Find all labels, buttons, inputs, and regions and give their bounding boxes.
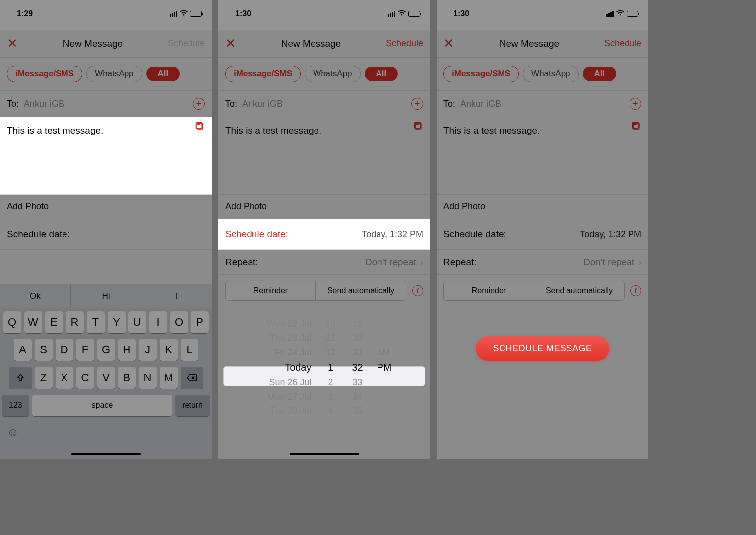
chip-all[interactable]: All bbox=[583, 67, 617, 81]
recipient-row[interactable]: To: Ankur iGB + bbox=[0, 91, 212, 117]
signal-icon bbox=[170, 11, 177, 17]
send-mode-segment: Reminder Send automatically i bbox=[218, 275, 430, 307]
schedule-date-row[interactable]: Schedule date: Today, 1:32 PM bbox=[437, 219, 648, 250]
key-space[interactable]: space bbox=[32, 395, 173, 416]
schedule-button[interactable]: Schedule bbox=[386, 38, 423, 49]
key-e[interactable]: E bbox=[45, 311, 63, 333]
info-icon[interactable]: i bbox=[412, 285, 423, 296]
schedule-date-row[interactable]: Schedule date: Today, 1:32 PM bbox=[218, 219, 430, 250]
key-r[interactable]: R bbox=[66, 311, 84, 333]
schedule-button[interactable]: Schedule bbox=[168, 38, 205, 49]
key-a[interactable]: A bbox=[14, 339, 32, 361]
repeat-row[interactable]: Repeat: Don't repeat › bbox=[218, 250, 430, 275]
save-template-icon[interactable] bbox=[413, 121, 423, 134]
suggestion-2[interactable]: Hi bbox=[71, 284, 142, 308]
message-input[interactable]: This is a test message. bbox=[218, 117, 430, 195]
key-q[interactable]: Q bbox=[3, 311, 21, 333]
key-s[interactable]: S bbox=[35, 339, 53, 361]
schedule-date-row[interactable]: Schedule date: bbox=[0, 219, 212, 250]
keyboard[interactable]: Ok Hi I QWERTYUIOP ASDFGHJKL ZXCVBNM 123… bbox=[0, 284, 212, 459]
key-t[interactable]: T bbox=[87, 311, 105, 333]
message-input[interactable]: This is a test message. bbox=[0, 117, 212, 195]
key-n[interactable]: N bbox=[139, 367, 157, 389]
key-m[interactable]: M bbox=[160, 367, 178, 389]
home-indicator[interactable] bbox=[290, 453, 359, 455]
chip-imessage[interactable]: iMessage/SMS bbox=[225, 66, 301, 82]
close-icon[interactable]: ✕ bbox=[225, 36, 236, 51]
add-photo-row[interactable]: Add Photo bbox=[0, 195, 212, 219]
key-x[interactable]: X bbox=[56, 367, 73, 389]
key-123[interactable]: 123 bbox=[2, 395, 29, 416]
picker-row[interactable]: Today132PM bbox=[225, 360, 423, 375]
close-icon[interactable]: ✕ bbox=[7, 36, 18, 51]
key-j[interactable]: J bbox=[139, 339, 157, 361]
signal-icon bbox=[606, 11, 614, 17]
key-z[interactable]: Z bbox=[35, 367, 53, 389]
key-d[interactable]: D bbox=[56, 339, 73, 361]
save-template-icon[interactable] bbox=[195, 121, 205, 134]
send-auto-button[interactable]: Send automatically bbox=[315, 281, 406, 301]
emoji-icon[interactable]: ☺ bbox=[7, 425, 212, 439]
repeat-value: Don't repeat bbox=[583, 257, 634, 268]
key-p[interactable]: P bbox=[191, 311, 209, 333]
key-w[interactable]: W bbox=[24, 311, 42, 333]
key-b[interactable]: B bbox=[118, 367, 136, 389]
key-shift[interactable] bbox=[9, 367, 32, 389]
picker-row[interactable]: Wed 22 Jul1029 bbox=[225, 317, 423, 331]
add-photo-row[interactable]: Add Photo bbox=[218, 195, 430, 219]
key-y[interactable]: Y bbox=[108, 311, 126, 333]
home-indicator[interactable] bbox=[71, 453, 141, 455]
schedule-button[interactable]: Schedule bbox=[604, 38, 641, 49]
key-k[interactable]: K bbox=[160, 339, 178, 361]
screenshot-2: 1:30 ✕ New Message Schedule iMessage/SMS… bbox=[218, 0, 430, 459]
picker-row[interactable]: Thu 23 Jul1130 bbox=[225, 331, 423, 345]
key-backspace[interactable] bbox=[181, 367, 203, 389]
chevron-right-icon: › bbox=[638, 257, 641, 268]
key-c[interactable]: C bbox=[76, 367, 94, 389]
recipient-row[interactable]: To: Ankur iGB + bbox=[437, 91, 648, 117]
key-f[interactable]: F bbox=[76, 339, 94, 361]
picker-row[interactable]: Fri 24 Jul1231AM bbox=[225, 345, 423, 360]
recipient-row[interactable]: To: Ankur iGB + bbox=[218, 91, 430, 117]
key-u[interactable]: U bbox=[128, 311, 146, 333]
chevron-right-icon: › bbox=[420, 257, 423, 268]
repeat-row[interactable]: Repeat: Don't repeat › bbox=[437, 250, 648, 275]
chip-whatsapp[interactable]: WhatsApp bbox=[523, 66, 578, 82]
status-bar: 1:29 bbox=[0, 0, 212, 23]
add-recipient-icon[interactable]: + bbox=[411, 98, 423, 110]
key-return[interactable]: return bbox=[175, 395, 210, 416]
key-l[interactable]: L bbox=[181, 339, 198, 361]
nav-title: New Message bbox=[454, 38, 604, 49]
chip-imessage[interactable]: iMessage/SMS bbox=[7, 66, 82, 82]
chip-imessage[interactable]: iMessage/SMS bbox=[443, 66, 519, 82]
key-g[interactable]: G bbox=[97, 339, 115, 361]
date-picker[interactable]: Wed 22 Jul1029Thu 23 Jul1130Fri 24 Jul12… bbox=[218, 307, 430, 423]
suggestion-3[interactable]: I bbox=[141, 284, 212, 308]
battery-icon bbox=[408, 11, 420, 17]
chip-whatsapp[interactable]: WhatsApp bbox=[305, 66, 360, 82]
add-photo-row[interactable]: Add Photo bbox=[437, 195, 648, 219]
key-v[interactable]: V bbox=[97, 367, 115, 389]
picker-row[interactable]: Tue 28 Jul435 bbox=[225, 404, 423, 418]
key-i[interactable]: I bbox=[149, 311, 167, 333]
schedule-message-button[interactable]: SCHEDULE MESSAGE bbox=[476, 336, 609, 361]
chip-all[interactable]: All bbox=[146, 67, 180, 81]
suggestion-1[interactable]: Ok bbox=[0, 284, 71, 308]
picker-row[interactable]: Mon 27 Jul334 bbox=[225, 390, 423, 404]
schedule-date-label: Schedule date: bbox=[443, 229, 506, 240]
reminder-button[interactable]: Reminder bbox=[443, 281, 534, 301]
repeat-label: Repeat: bbox=[443, 257, 477, 268]
close-icon[interactable]: ✕ bbox=[443, 36, 454, 51]
key-h[interactable]: H bbox=[118, 339, 136, 361]
add-recipient-icon[interactable]: + bbox=[193, 98, 205, 110]
send-auto-button[interactable]: Send automatically bbox=[534, 281, 625, 301]
reminder-button[interactable]: Reminder bbox=[225, 281, 315, 301]
message-input[interactable]: This is a test message. bbox=[437, 117, 648, 195]
chip-all[interactable]: All bbox=[365, 67, 398, 81]
info-icon[interactable]: i bbox=[630, 285, 641, 296]
add-recipient-icon[interactable]: + bbox=[630, 98, 641, 110]
key-o[interactable]: O bbox=[170, 311, 188, 333]
save-template-icon[interactable] bbox=[631, 121, 641, 134]
chip-whatsapp[interactable]: WhatsApp bbox=[86, 66, 142, 82]
picker-row[interactable]: Sun 26 Jul233 bbox=[225, 375, 423, 390]
